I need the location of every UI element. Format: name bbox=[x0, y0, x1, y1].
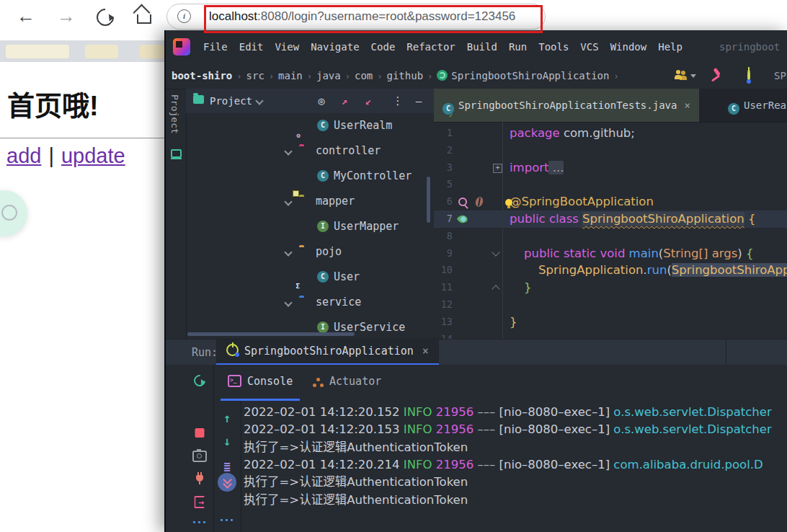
bookmark-item[interactable] bbox=[6, 45, 69, 58]
fold-marker-icon[interactable] bbox=[492, 248, 499, 256]
hammer-icon[interactable] bbox=[708, 69, 724, 84]
tree-item-mycontroller[interactable]: CMyController bbox=[186, 164, 434, 189]
more-icon[interactable]: ••• bbox=[192, 518, 207, 526]
options-icon[interactable]: ⋮ bbox=[391, 89, 405, 113]
chevron-down-icon[interactable] bbox=[284, 198, 292, 205]
tree-item-usermapper[interactable]: IUserMapper bbox=[186, 214, 434, 239]
scrollend-icon[interactable] bbox=[218, 473, 236, 492]
code-line-8[interactable]: 8 bbox=[434, 228, 787, 245]
rerun-icon[interactable] bbox=[192, 373, 208, 389]
leaf-gutter-icon[interactable] bbox=[457, 213, 469, 226]
console-line[interactable]: 2022–02–01 14:12:20.214 INFO 21956 ––– [… bbox=[244, 456, 787, 474]
run-gutter-icon[interactable] bbox=[458, 249, 470, 260]
target-icon[interactable]: ◎ bbox=[314, 89, 329, 113]
down-icon[interactable]: ↓ bbox=[223, 434, 231, 448]
up-icon[interactable]: ↑ bbox=[223, 411, 231, 425]
menu-build[interactable]: Build bbox=[461, 30, 503, 63]
editor-tab-2[interactable]: CUserRealm.java bbox=[719, 89, 787, 122]
add-link[interactable]: add bbox=[6, 144, 41, 167]
console-line[interactable]: 2022–02–01 14:12:20.153 INFO 21956 ––– [… bbox=[244, 421, 787, 438]
code-line-3[interactable]: 3import ... bbox=[434, 159, 787, 177]
code-line-11[interactable]: 11} bbox=[434, 279, 787, 296]
power-icon[interactable] bbox=[747, 68, 750, 83]
menu-tools[interactable]: Tools bbox=[533, 30, 574, 63]
chevron-down-icon[interactable] bbox=[284, 147, 292, 155]
hide-icon[interactable]: — bbox=[412, 89, 426, 113]
console-line[interactable]: 2022–02–01 14:12:20.152 INFO 21956 ––– [… bbox=[244, 404, 787, 421]
home-icon[interactable] bbox=[137, 14, 151, 24]
code-line-12[interactable]: 12 bbox=[434, 296, 787, 314]
breadcrumb-main[interactable]: main bbox=[278, 70, 303, 81]
tree-item-service[interactable]: service bbox=[186, 290, 434, 315]
project-panel-title[interactable]: Project bbox=[210, 89, 252, 113]
tree-item-pojo[interactable]: pojo bbox=[186, 239, 434, 265]
tree-item-user[interactable]: CUser bbox=[186, 265, 434, 290]
menu-code[interactable]: Code bbox=[365, 30, 401, 63]
plug-icon[interactable] bbox=[196, 475, 203, 482]
menu-run[interactable]: Run bbox=[503, 30, 533, 63]
back-icon[interactable]: ← bbox=[16, 6, 36, 26]
update-link[interactable]: update bbox=[61, 144, 125, 167]
fold-marker-icon[interactable] bbox=[492, 285, 499, 293]
console-line[interactable]: 执行了=>认证逻辑AuthenticationToken bbox=[244, 439, 787, 456]
close-icon[interactable]: × bbox=[684, 99, 690, 111]
bean-gutter-icon[interactable] bbox=[474, 196, 484, 208]
menu-vcs[interactable]: VCS bbox=[574, 30, 604, 63]
code-area[interactable]: 1package com.github;23import ...56@Sprin… bbox=[434, 122, 787, 339]
info-icon[interactable]: i bbox=[177, 9, 191, 23]
fold-marker-icon[interactable] bbox=[493, 164, 502, 173]
console-line[interactable]: 执行了=>认证逻辑AuthenticationToken bbox=[244, 474, 787, 491]
dropdown-icon[interactable] bbox=[690, 74, 696, 81]
bookmark-item[interactable] bbox=[85, 45, 118, 58]
run-gutter-icon[interactable] bbox=[476, 214, 487, 226]
users-icon[interactable] bbox=[675, 70, 687, 79]
code-line-5[interactable]: 5 bbox=[434, 176, 787, 193]
code-line-14[interactable]: 14 bbox=[434, 331, 787, 339]
code-line-1[interactable]: 1package com.github; bbox=[434, 125, 787, 142]
menu-window[interactable]: Window bbox=[605, 30, 653, 63]
code-line-7[interactable]: 7public class SpringbootShiroApplication… bbox=[434, 210, 787, 228]
forward-icon[interactable]: → bbox=[56, 6, 76, 26]
code-line-13[interactable]: 13} bbox=[434, 314, 787, 331]
exit-icon[interactable] bbox=[195, 496, 205, 508]
softwrap-icon[interactable]: ≣ bbox=[223, 460, 231, 474]
chevron-down-icon[interactable] bbox=[284, 298, 292, 306]
menu-help[interactable]: Help bbox=[652, 30, 688, 63]
tree-item-mapper[interactable]: mapper bbox=[186, 189, 434, 214]
tree-item-userrealm[interactable]: CUserRealm bbox=[186, 113, 434, 138]
bookmark-item[interactable] bbox=[140, 45, 164, 58]
breadcrumb-boot-shiro[interactable]: boot-shiro bbox=[172, 70, 232, 81]
breadcrumb-springbootshiroapplication[interactable]: SpringbootShiroApplication bbox=[451, 70, 609, 81]
menu-view[interactable]: View bbox=[269, 30, 305, 63]
search-gutter-icon[interactable] bbox=[458, 198, 467, 206]
code-line-10[interactable]: 10SpringApplication.run(SpringbootShiroA… bbox=[434, 262, 787, 279]
menu-refactor[interactable]: Refactor bbox=[401, 30, 461, 63]
camera-icon[interactable] bbox=[192, 451, 207, 462]
chevron-down-icon[interactable] bbox=[284, 248, 292, 256]
horizontal-scrollbar[interactable] bbox=[187, 332, 355, 336]
menu-navigate[interactable]: Navigate bbox=[305, 30, 365, 63]
vertical-scrollbar[interactable] bbox=[427, 177, 430, 223]
collapse-icon[interactable]: ↙ bbox=[361, 89, 375, 113]
menu-file[interactable]: File bbox=[197, 30, 234, 63]
run-configuration-tab[interactable]: SpringbootShiroApplication× bbox=[216, 340, 439, 365]
breadcrumb-java[interactable]: java bbox=[316, 70, 341, 81]
menu-edit[interactable]: Edit bbox=[234, 30, 270, 63]
breadcrumb-src[interactable]: src bbox=[246, 70, 264, 81]
stop-icon[interactable] bbox=[195, 428, 205, 438]
console-output[interactable]: 2022–02–01 14:12:20.152 INFO 21956 ––– [… bbox=[241, 401, 787, 532]
code-line-2[interactable]: 2 bbox=[434, 142, 787, 159]
expand-icon[interactable]: ↗ bbox=[337, 89, 352, 113]
floating-widget[interactable] bbox=[0, 190, 27, 236]
console-tab-console[interactable]: Console bbox=[221, 365, 300, 401]
breadcrumb-github[interactable]: github bbox=[387, 70, 424, 81]
close-icon[interactable]: × bbox=[422, 345, 429, 358]
console-tab-actuator[interactable]: Actuator bbox=[306, 365, 388, 399]
chevron-down-icon[interactable] bbox=[255, 97, 263, 105]
reload-icon[interactable] bbox=[93, 5, 117, 30]
code-line-9[interactable]: 9public static void main(String[] args) … bbox=[434, 245, 787, 262]
tree-item-controller[interactable]: controller bbox=[186, 138, 434, 164]
console-line[interactable]: 执行了=>认证逻辑AuthenticationToken bbox=[244, 492, 787, 509]
editor-tab-1[interactable]: C✓SpringbootShiroApplicationTests.java× bbox=[434, 89, 699, 122]
tool-window-button-project[interactable]: Project bbox=[169, 94, 180, 134]
